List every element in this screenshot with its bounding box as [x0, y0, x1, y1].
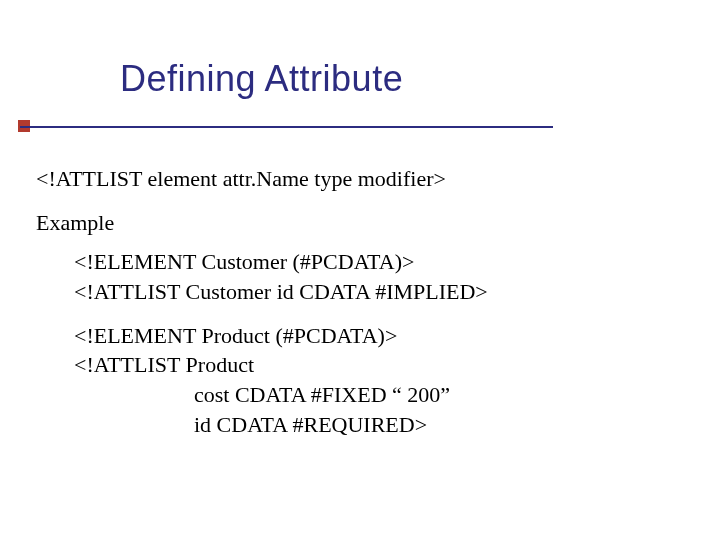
slide: Defining Attribute <!ATTLIST element att… [0, 0, 720, 540]
code-line: id CDATA #REQUIRED> [194, 410, 676, 440]
example-block-product: <!ELEMENT Product (#PCDATA)> <!ATTLIST P… [36, 321, 676, 440]
example-label: Example [36, 208, 676, 238]
slide-title: Defining Attribute [120, 58, 403, 100]
code-line: <!ELEMENT Product (#PCDATA)> [74, 321, 676, 351]
code-line: <!ELEMENT Customer (#PCDATA)> [74, 247, 676, 277]
example-block-customer: <!ELEMENT Customer (#PCDATA)> <!ATTLIST … [36, 247, 676, 306]
code-line: <!ATTLIST Customer id CDATA #IMPLIED> [74, 277, 676, 307]
code-line: <!ATTLIST Product [74, 350, 676, 380]
content-area: <!ATTLIST element attr.Name type modifie… [36, 164, 676, 454]
title-underline [20, 126, 553, 128]
syntax-line: <!ATTLIST element attr.Name type modifie… [36, 164, 676, 194]
code-line: cost CDATA #FIXED “ 200” [194, 380, 676, 410]
